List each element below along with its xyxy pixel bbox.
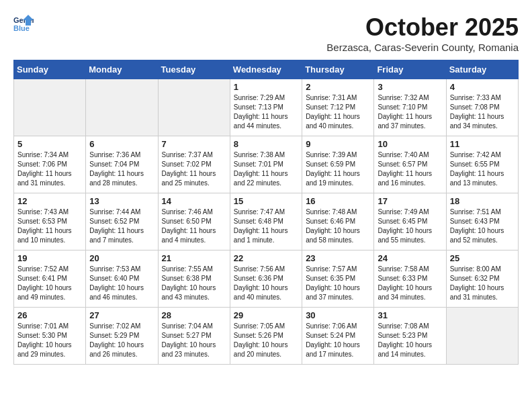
day-number: 28 xyxy=(162,310,226,320)
cell-text: Sunrise: 8:00 AM Sunset: 6:32 PM Dayligh… xyxy=(450,265,515,302)
calendar-cell-day-11: 11Sunrise: 7:42 AM Sunset: 6:55 PM Dayli… xyxy=(446,136,518,193)
weekday-header-thursday: Thursday xyxy=(302,60,374,79)
day-number: 1 xyxy=(234,82,298,92)
calendar-cell-day-25: 25Sunrise: 8:00 AM Sunset: 6:32 PM Dayli… xyxy=(446,250,518,308)
day-number: 22 xyxy=(234,253,298,263)
calendar-cell-day-10: 10Sunrise: 7:40 AM Sunset: 6:57 PM Dayli… xyxy=(374,136,446,193)
cell-text: Sunrise: 7:37 AM Sunset: 7:02 PM Dayligh… xyxy=(162,150,226,188)
day-number: 16 xyxy=(306,196,370,206)
calendar-cell-day-28: 28Sunrise: 7:04 AM Sunset: 5:27 PM Dayli… xyxy=(158,308,230,365)
cell-text: Sunrise: 7:44 AM Sunset: 6:52 PM Dayligh… xyxy=(89,208,154,245)
calendar-cell-empty xyxy=(446,308,518,365)
day-number: 15 xyxy=(234,196,298,206)
cell-text: Sunrise: 7:29 AM Sunset: 7:13 PM Dayligh… xyxy=(234,93,298,131)
cell-text: Sunrise: 7:57 AM Sunset: 6:35 PM Dayligh… xyxy=(306,265,370,302)
cell-text: Sunrise: 7:55 AM Sunset: 6:38 PM Dayligh… xyxy=(162,265,226,302)
cell-text: Sunrise: 7:05 AM Sunset: 5:26 PM Dayligh… xyxy=(234,322,298,359)
cell-text: Sunrise: 7:08 AM Sunset: 5:23 PM Dayligh… xyxy=(378,322,442,359)
calendar-cell-day-27: 27Sunrise: 7:02 AM Sunset: 5:29 PM Dayli… xyxy=(86,308,158,365)
calendar-cell-day-9: 9Sunrise: 7:39 AM Sunset: 6:59 PM Daylig… xyxy=(302,136,374,193)
calendar-cell-day-12: 12Sunrise: 7:43 AM Sunset: 6:53 PM Dayli… xyxy=(14,193,86,250)
calendar-cell-day-1: 1Sunrise: 7:29 AM Sunset: 7:13 PM Daylig… xyxy=(230,79,302,136)
calendar-week-row: 19Sunrise: 7:52 AM Sunset: 6:41 PM Dayli… xyxy=(14,250,519,308)
weekday-header-wednesday: Wednesday xyxy=(230,60,302,79)
day-number: 25 xyxy=(450,253,515,263)
day-number: 11 xyxy=(450,139,515,149)
cell-text: Sunrise: 7:34 AM Sunset: 7:06 PM Dayligh… xyxy=(17,150,82,188)
day-number: 26 xyxy=(17,310,82,320)
cell-text: Sunrise: 7:47 AM Sunset: 6:48 PM Dayligh… xyxy=(234,208,298,245)
day-number: 2 xyxy=(306,82,370,92)
day-number: 9 xyxy=(306,139,370,149)
calendar-cell-day-29: 29Sunrise: 7:05 AM Sunset: 5:26 PM Dayli… xyxy=(230,308,302,365)
calendar-cell-day-24: 24Sunrise: 7:58 AM Sunset: 6:33 PM Dayli… xyxy=(374,250,446,308)
calendar-cell-day-6: 6Sunrise: 7:36 AM Sunset: 7:04 PM Daylig… xyxy=(86,136,158,193)
calendar-cell-day-14: 14Sunrise: 7:46 AM Sunset: 6:50 PM Dayli… xyxy=(158,193,230,250)
weekday-header-monday: Monday xyxy=(86,60,158,79)
calendar-cell-day-17: 17Sunrise: 7:49 AM Sunset: 6:45 PM Dayli… xyxy=(374,193,446,250)
cell-text: Sunrise: 7:52 AM Sunset: 6:41 PM Dayligh… xyxy=(17,265,82,302)
day-number: 31 xyxy=(378,310,442,320)
day-number: 5 xyxy=(17,139,82,149)
calendar-cell-empty xyxy=(14,79,86,136)
logo: General Blue xyxy=(13,13,34,34)
day-number: 21 xyxy=(162,253,226,263)
calendar-cell-day-21: 21Sunrise: 7:55 AM Sunset: 6:38 PM Dayli… xyxy=(158,250,230,308)
page-header: General Blue October 2025 Berzasca, Cara… xyxy=(13,13,519,53)
day-number: 14 xyxy=(162,196,226,206)
cell-text: Sunrise: 7:33 AM Sunset: 7:08 PM Dayligh… xyxy=(450,93,515,131)
calendar-cell-day-31: 31Sunrise: 7:08 AM Sunset: 5:23 PM Dayli… xyxy=(374,308,446,365)
day-number: 24 xyxy=(378,253,442,263)
day-number: 19 xyxy=(17,253,82,263)
day-number: 8 xyxy=(234,139,298,149)
day-number: 12 xyxy=(17,196,82,206)
weekday-header-friday: Friday xyxy=(374,60,446,79)
day-number: 10 xyxy=(378,139,442,149)
calendar-cell-day-22: 22Sunrise: 7:56 AM Sunset: 6:36 PM Dayli… xyxy=(230,250,302,308)
cell-text: Sunrise: 7:38 AM Sunset: 7:01 PM Dayligh… xyxy=(234,150,298,188)
cell-text: Sunrise: 7:32 AM Sunset: 7:10 PM Dayligh… xyxy=(378,93,442,131)
cell-text: Sunrise: 7:42 AM Sunset: 6:55 PM Dayligh… xyxy=(450,150,515,188)
calendar-cell-day-20: 20Sunrise: 7:53 AM Sunset: 6:40 PM Dayli… xyxy=(86,250,158,308)
day-number: 17 xyxy=(378,196,442,206)
title-section: October 2025 Berzasca, Caras-Severin Cou… xyxy=(326,13,519,53)
cell-text: Sunrise: 7:04 AM Sunset: 5:27 PM Dayligh… xyxy=(162,322,226,359)
day-number: 3 xyxy=(378,82,442,92)
day-number: 27 xyxy=(89,310,154,320)
calendar-week-row: 5Sunrise: 7:34 AM Sunset: 7:06 PM Daylig… xyxy=(14,136,519,193)
calendar-cell-day-13: 13Sunrise: 7:44 AM Sunset: 6:52 PM Dayli… xyxy=(86,193,158,250)
cell-text: Sunrise: 7:56 AM Sunset: 6:36 PM Dayligh… xyxy=(234,265,298,302)
calendar-week-row: 26Sunrise: 7:01 AM Sunset: 5:30 PM Dayli… xyxy=(14,308,519,365)
calendar-table: SundayMondayTuesdayWednesdayThursdayFrid… xyxy=(13,60,519,365)
logo-icon: General Blue xyxy=(13,13,34,34)
calendar-cell-day-4: 4Sunrise: 7:33 AM Sunset: 7:08 PM Daylig… xyxy=(446,79,518,136)
day-number: 6 xyxy=(89,139,154,149)
day-number: 23 xyxy=(306,253,370,263)
day-number: 18 xyxy=(450,196,515,206)
day-number: 4 xyxy=(450,82,515,92)
calendar-cell-day-8: 8Sunrise: 7:38 AM Sunset: 7:01 PM Daylig… xyxy=(230,136,302,193)
cell-text: Sunrise: 7:48 AM Sunset: 6:46 PM Dayligh… xyxy=(306,208,370,245)
cell-text: Sunrise: 7:43 AM Sunset: 6:53 PM Dayligh… xyxy=(17,208,82,245)
cell-text: Sunrise: 7:01 AM Sunset: 5:30 PM Dayligh… xyxy=(17,322,82,359)
cell-text: Sunrise: 7:02 AM Sunset: 5:29 PM Dayligh… xyxy=(89,322,154,359)
cell-text: Sunrise: 7:58 AM Sunset: 6:33 PM Dayligh… xyxy=(378,265,442,302)
cell-text: Sunrise: 7:51 AM Sunset: 6:43 PM Dayligh… xyxy=(450,208,515,245)
cell-text: Sunrise: 7:06 AM Sunset: 5:24 PM Dayligh… xyxy=(306,322,370,359)
calendar-cell-day-7: 7Sunrise: 7:37 AM Sunset: 7:02 PM Daylig… xyxy=(158,136,230,193)
cell-text: Sunrise: 7:53 AM Sunset: 6:40 PM Dayligh… xyxy=(89,265,154,302)
calendar-cell-day-18: 18Sunrise: 7:51 AM Sunset: 6:43 PM Dayli… xyxy=(446,193,518,250)
calendar-cell-empty xyxy=(158,79,230,136)
calendar-cell-day-30: 30Sunrise: 7:06 AM Sunset: 5:24 PM Dayli… xyxy=(302,308,374,365)
weekday-header-row: SundayMondayTuesdayWednesdayThursdayFrid… xyxy=(14,60,519,79)
day-number: 20 xyxy=(89,253,154,263)
cell-text: Sunrise: 7:39 AM Sunset: 6:59 PM Dayligh… xyxy=(306,150,370,188)
day-number: 29 xyxy=(234,310,298,320)
weekday-header-sunday: Sunday xyxy=(14,60,86,79)
calendar-cell-day-15: 15Sunrise: 7:47 AM Sunset: 6:48 PM Dayli… xyxy=(230,193,302,250)
calendar-cell-day-26: 26Sunrise: 7:01 AM Sunset: 5:30 PM Dayli… xyxy=(14,308,86,365)
calendar-title: October 2025 xyxy=(326,13,519,42)
day-number: 7 xyxy=(162,139,226,149)
calendar-cell-day-16: 16Sunrise: 7:48 AM Sunset: 6:46 PM Dayli… xyxy=(302,193,374,250)
calendar-cell-day-2: 2Sunrise: 7:31 AM Sunset: 7:12 PM Daylig… xyxy=(302,79,374,136)
